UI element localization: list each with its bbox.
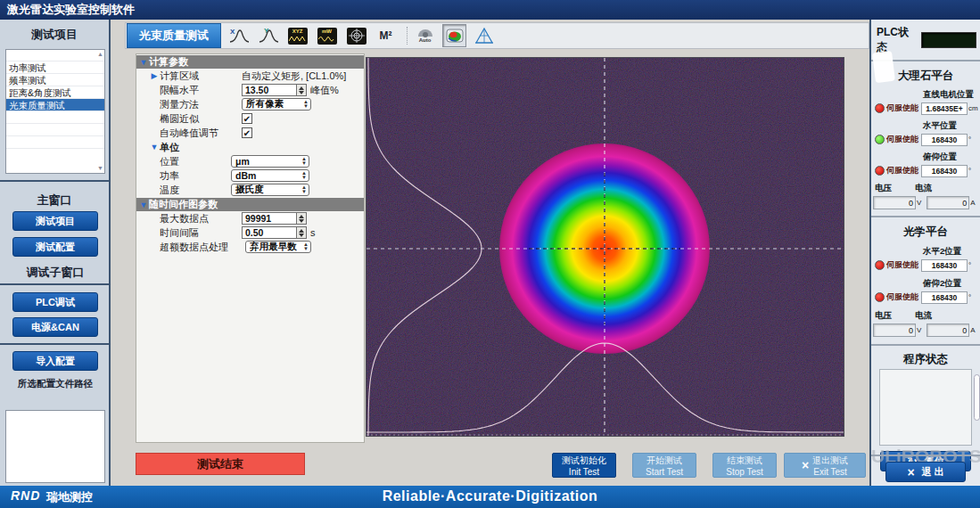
sidebar-item-power-test[interactable]: 功率测试 (6, 61, 104, 74)
toolbar-divider (407, 27, 408, 45)
max-points-input[interactable] (242, 212, 297, 225)
interval-input[interactable] (242, 226, 297, 239)
plc-status-indicator (921, 32, 976, 48)
pitch-position-value: 168430 (921, 165, 968, 177)
clip-level-input[interactable] (242, 84, 297, 96)
collapse-arrow-icon[interactable]: ▼ (138, 201, 149, 209)
collapse-arrow-icon[interactable]: ▼ (138, 58, 149, 67)
divider (0, 343, 111, 345)
divider (0, 180, 111, 182)
plc-debug-button[interactable]: PLC调试 (12, 292, 98, 312)
test-item-listbox[interactable]: ▲ 功率测试 频率测试 距离&角度测试 光束质量测试 ▼ (5, 49, 105, 174)
sidebar-item-distance-angle-test[interactable]: 距离&角度测试 (6, 86, 104, 99)
param-row-units-header: ▼ 单位 (136, 140, 364, 154)
param-row-overflow: 超额数据点处理 弃用最早数 ▲▼ (136, 240, 364, 254)
app-window: 激光雷达实验室控制软件 测试项目 ▲ 功率测试 频率测试 距离&角度测试 光束质… (0, 0, 980, 508)
beam-2d-view-icon[interactable] (442, 24, 466, 47)
time-plot-params-header[interactable]: ▼ 随时间作图参数 (136, 198, 364, 211)
x-letter: X (230, 28, 235, 36)
xyz-waveform-icon[interactable]: XYZ (285, 24, 309, 47)
dropdown-arrows-icon: ▲▼ (300, 170, 309, 181)
dropdown-arrows-icon: ▲▼ (300, 156, 309, 167)
exit-button[interactable]: × 退 出 (885, 462, 966, 482)
beam-3d-view-icon[interactable] (472, 24, 496, 47)
program-status-section: 程序状态 ↻ 复位 (871, 344, 980, 471)
test-finished-button[interactable]: 测试结束 (136, 453, 305, 475)
calc-params-header[interactable]: ▼ 计算参数 (136, 55, 364, 69)
optical-platform-title: 光学平台 (871, 225, 980, 240)
main-window-header: 主窗口 (0, 193, 109, 209)
optical-platform-section: 光学平台 水平2位置 伺服使能 168430 ° 俯仰2位置 伺服使能 1684… (871, 216, 980, 344)
title-bar: 激光雷达实验室控制软件 (0, 0, 980, 20)
temp-unit-dropdown[interactable]: 摄氏度 ▲▼ (231, 184, 309, 196)
import-config-button[interactable]: 导入配置 (12, 351, 98, 371)
scroll-up-icon[interactable]: ▲ (97, 51, 103, 58)
optical-current-value: 0 (926, 324, 969, 337)
collapse-arrow-icon[interactable]: ▼ (149, 143, 160, 152)
servo-row-horizontal2: 伺服使能 168430 ° (871, 258, 980, 273)
param-row-autopeak: 自动峰值调节 ✔ (136, 126, 364, 140)
config-path-label: 所选配置文件路径 (0, 378, 111, 390)
status-bar: RND 瑞地测控 Reliable·Accurate·Digitization (0, 486, 980, 508)
max-points-spinner[interactable] (297, 212, 307, 225)
test-items-button[interactable]: 测试项目 (12, 211, 98, 231)
beam-profile-display (366, 57, 844, 437)
sidebar-item-frequency-test[interactable]: 频率测试 (6, 74, 104, 86)
servo-row-pitch: 伺服使能 168430 ° (871, 163, 980, 178)
right-status-panel: PLC状态 大理石平台 直线电机位置 伺服使能 1.68435E+ cm 水平位… (869, 20, 980, 486)
marble-voltage-value: 0 (873, 196, 916, 209)
clip-level-spinner[interactable] (297, 84, 307, 96)
divider (0, 283, 111, 285)
tab-beam-quality-test[interactable]: 光束质量测试 (127, 23, 221, 48)
slogan-text: Reliable·Accurate·Digitization (383, 488, 598, 504)
beam-target-icon[interactable] (344, 24, 368, 47)
app-title: 激光雷达实验室控制软件 (7, 3, 135, 16)
power-waveform-icon[interactable]: mW (315, 24, 339, 47)
param-row-interval: 时间间隔 s (136, 225, 364, 240)
config-path-box[interactable] (5, 410, 105, 483)
close-icon: × (802, 460, 809, 471)
expand-arrow-icon[interactable]: ▶ (149, 71, 160, 80)
marble-platform-section: 大理石平台 直线电机位置 伺服使能 1.68435E+ cm 水平位置 伺服使能… (871, 60, 980, 216)
toolbar: 光束质量测试 X Y XYZ (125, 22, 869, 49)
autopeak-checkbox[interactable]: ✔ (242, 127, 252, 138)
marble-current-value: 0 (926, 196, 969, 209)
param-row-position-unit: 位置 μm ▲▼ (136, 154, 364, 168)
param-row-calc-area: ▶ 计算区域 自动定义矩形, [CL1.0%] (136, 69, 364, 83)
list-item-blank (6, 50, 104, 61)
servo-row-pitch2: 伺服使能 168430 ° (871, 290, 980, 305)
power-unit-dropdown[interactable]: dBm ▲▼ (231, 169, 309, 182)
main-area: 光束质量测试 X Y XYZ (112, 20, 869, 486)
exit-test-button[interactable]: × 退出测试 Exit Test (784, 453, 866, 478)
servo-led-red-icon (875, 260, 885, 270)
overflow-dropdown[interactable]: 弃用最早数 ▲▼ (245, 241, 311, 253)
power-can-button[interactable]: 电源&CAN (12, 317, 98, 337)
servo-row-linear-motor: 伺服使能 1.68435E+ cm (871, 101, 980, 116)
param-row-measure-method: 测量方法 所有像素 ▲▼ (136, 97, 364, 111)
m-squared-icon[interactable]: M² (374, 24, 398, 47)
ellipse-checkbox[interactable]: ✔ (242, 113, 252, 124)
vertical-gaussian-profile (368, 58, 482, 436)
close-icon: × (907, 465, 914, 479)
servo-row-horizontal: 伺服使能 168430 ° (871, 132, 980, 147)
test-config-button[interactable]: 测试配置 (12, 237, 98, 257)
param-row-max-points: 最大数据点 (136, 211, 364, 225)
servo-led-red-icon (875, 166, 885, 176)
x-profile-icon[interactable]: X (226, 24, 251, 47)
scroll-down-icon[interactable]: ▼ (97, 165, 103, 172)
init-test-button[interactable]: 测试初始化 Init Test (552, 453, 616, 478)
auto-exposure-icon[interactable]: Auto (413, 24, 437, 47)
white-sticker (872, 51, 895, 83)
list-item-blank (6, 149, 104, 161)
scrollbar-handle[interactable] (974, 374, 980, 421)
servo-led-red-icon (875, 292, 885, 302)
y-profile-icon[interactable]: Y (256, 24, 280, 47)
sidebar: 测试项目 ▲ 功率测试 频率测试 距离&角度测试 光束质量测试 ▼ 主窗口 测试… (0, 20, 111, 486)
dropdown-arrows-icon: ▲▼ (300, 184, 309, 195)
stop-test-button[interactable]: 结束测试 Stop Test (712, 453, 777, 478)
interval-spinner[interactable] (297, 226, 307, 239)
start-test-button[interactable]: 开始测试 Start Test (632, 453, 696, 478)
sidebar-item-beam-quality-test[interactable]: 光束质量测试 (6, 99, 104, 111)
measure-method-dropdown[interactable]: 所有像素 ▲▼ (242, 98, 311, 111)
position-unit-dropdown[interactable]: μm ▲▼ (231, 155, 309, 168)
